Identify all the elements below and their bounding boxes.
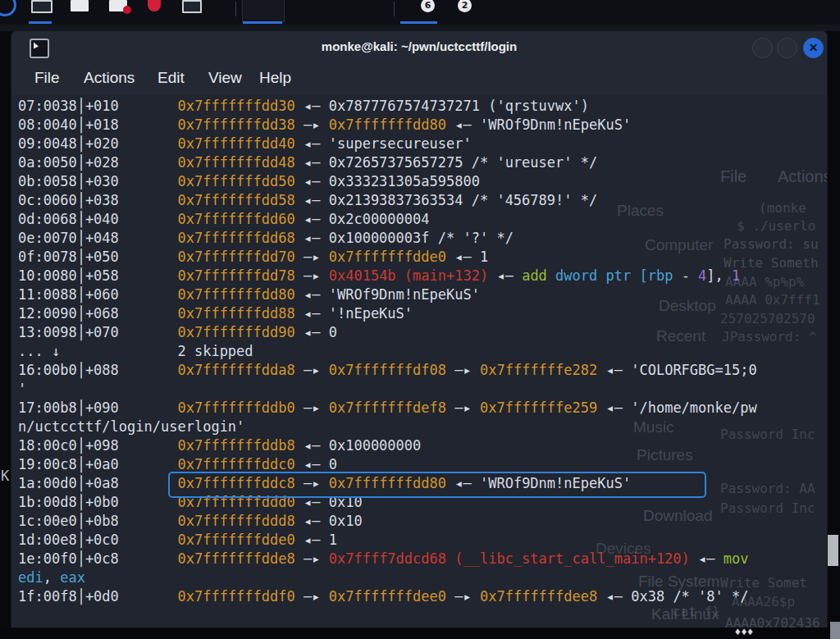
taskbar-separator <box>394 2 395 16</box>
taskbar-app-icon[interactable] <box>0 0 16 16</box>
stack-dump: 07:0038│+010 0x7fffffffdd30 ◂— 0x7877767… <box>18 97 757 606</box>
terminal-line: ... ↓ 2 skipped <box>18 342 757 361</box>
taskbar-active-indicator <box>29 21 52 24</box>
desktop: { "taskbar": { "badge1": "6", "badge2": … <box>0 0 840 639</box>
menu-help[interactable]: Help <box>259 69 291 87</box>
terminal-line: 16:00b0│+088 0x7fffffffdda8 —▸ 0x7ffffff… <box>18 361 757 380</box>
terminal-line: 0b:0058│+030 0x7fffffffdd50 ◂— 0x3332313… <box>18 172 757 191</box>
ghost-text: (monke <box>759 200 806 216</box>
taskbar-terminal-icon[interactable] <box>182 0 202 13</box>
taskbar-document-icon[interactable] <box>71 0 89 11</box>
terminal-line: 0f:0078│+050 0x7fffffffdd70 —▸ 0x7ffffff… <box>18 248 757 267</box>
top-taskbar: 6 2 <box>0 0 840 25</box>
terminal-line: 17:00b8│+090 0x7fffffffddb0 —▸ 0x7ffffff… <box>18 399 757 418</box>
terminal-line: 13:0098│+070 0x7fffffffdd90 ◂— 0 <box>18 323 757 342</box>
terminal-output[interactable]: FileActions(monke$ ./userloPassword: suW… <box>11 95 827 628</box>
background-scrollbar <box>828 535 838 566</box>
terminal-line: 0e:0070│+048 0x7fffffffdd68 ◂— 0x1000000… <box>18 229 757 248</box>
background-letter: K <box>1 468 9 484</box>
background-diamonds: ♦♦♦ <box>735 625 754 637</box>
stack-row-highlight-box <box>168 472 706 498</box>
terminal-line: 1f:00f8│+0d0 0x7fffffffddf0 —▸ 0x7ffffff… <box>18 587 757 606</box>
menu-actions[interactable]: Actions <box>84 69 135 87</box>
terminal-line: 10:0080│+058 0x7fffffffdd78 —▸ 0x40154b … <box>18 267 757 285</box>
taskbar-separator <box>235 2 236 16</box>
taskbar-tab[interactable] <box>242 0 285 22</box>
background-window-edge <box>830 622 840 639</box>
close-button[interactable]: ✕ <box>803 38 824 58</box>
menu-file[interactable]: File <box>34 69 60 87</box>
menubar: File Actions Edit View Help <box>11 64 827 95</box>
terminal-line: 1c:00e0│+0b8 0x7fffffffddd8 ◂— 0x10 <box>18 512 757 531</box>
taskbar-active-indicator <box>400 21 437 24</box>
terminal-line: 1e:00f0│+0c8 0x7fffffffdde8 —▸ 0x7ffff7d… <box>18 550 757 568</box>
terminal-line: 07:0038│+010 0x7fffffffdd30 ◂— 0x7877767… <box>18 97 757 116</box>
desktop-background <box>0 628 840 639</box>
desktop-background <box>0 25 840 31</box>
terminal-line: 1d:00e8│+0c0 0x7fffffffdde0 ◂— 1 <box>18 531 757 550</box>
menu-edit[interactable]: Edit <box>158 69 185 87</box>
window-title: monke@kali: ~/pwn/uctccttf/login <box>11 39 827 53</box>
terminal-line: 0c:0060│+038 0x7fffffffdd58 ◂— 0x2139383… <box>18 191 757 210</box>
terminal-line: 18:00c0│+098 0x7fffffffddb8 ◂— 0x1000000… <box>18 436 757 455</box>
workspace-badge-2[interactable]: 2 <box>458 0 472 12</box>
menu-view[interactable]: View <box>208 69 242 87</box>
maximize-button[interactable] <box>777 38 797 58</box>
minimize-button[interactable] <box>752 38 773 58</box>
terminal-line: 08:0040│+018 0x7fffffffdd38 —▸ 0x7ffffff… <box>18 116 757 135</box>
terminal-line: 0a:0050│+028 0x7fffffffdd48 ◂— 0x7265737… <box>18 153 757 172</box>
ghost-text: Kali Linux <box>651 605 719 623</box>
terminal-line: 12:0090│+068 0x7fffffffdd88 ◂— '!nEpeKuS… <box>18 304 757 323</box>
terminal-line: ' <box>18 380 757 399</box>
taskbar-red-icon[interactable] <box>148 0 161 11</box>
terminal-line: 11:0088│+060 0x7fffffffdd80 ◂— 'WROf9Dnm… <box>18 285 757 304</box>
taskbar-active-indicator <box>243 21 282 24</box>
terminal-line: edi, eax <box>18 568 757 587</box>
ghost-text: Actions <box>778 167 827 186</box>
taskbar-document-badge-icon[interactable] <box>109 0 127 11</box>
notification-badge <box>123 6 131 14</box>
terminal-line: n/uctccttf/login/userlogin' <box>18 418 757 436</box>
terminal-window: monke@kali: ~/pwn/uctccttf/login ✕ File … <box>11 31 827 628</box>
workspace-badge-6[interactable]: 6 <box>421 0 435 12</box>
titlebar[interactable]: monke@kali: ~/pwn/uctccttf/login ✕ <box>11 31 827 64</box>
taskbar-window-icon[interactable] <box>31 0 52 13</box>
terminal-line: 0d:0068│+040 0x7fffffffdd60 ◂— 0x2c00000… <box>18 210 757 229</box>
terminal-line: 09:0048│+020 0x7fffffffdd40 ◂— 'supersec… <box>18 135 757 153</box>
